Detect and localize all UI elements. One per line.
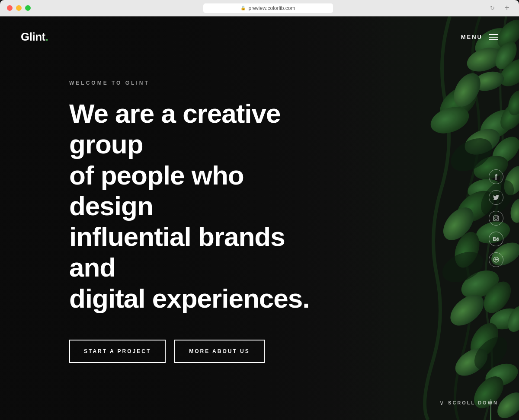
logo-text: Glint (21, 30, 45, 43)
minimize-button[interactable] (16, 5, 22, 11)
hero-buttons: START A PROJECT MORE ABOUT US (69, 340, 498, 363)
hero-line-1: We are a creative group (69, 99, 281, 159)
address-bar: 🔒 preview.colorlib.com ↻ (38, 3, 498, 13)
hamburger-line-3 (489, 39, 498, 40)
lock-icon: 🔒 (240, 6, 246, 10)
reload-icon[interactable]: ↻ (490, 5, 495, 11)
scroll-down-indicator[interactable]: ∨ SCROLL DOWN (439, 399, 498, 406)
start-project-button[interactable]: START A PROJECT (69, 340, 166, 363)
social-icons-list (489, 169, 503, 267)
behance-icon[interactable] (489, 232, 503, 246)
more-about-us-button[interactable]: MORE ABOUT US (174, 340, 265, 363)
navbar: Glint. MENU (0, 16, 519, 57)
scroll-down-label: SCROLL DOWN (448, 400, 498, 405)
menu-label: MENU (461, 34, 483, 40)
dribbble-icon[interactable] (489, 252, 503, 267)
hero-section: WELCOME TO GLINT We are a creative group… (0, 57, 519, 420)
svg-rect-39 (493, 216, 499, 221)
close-button[interactable] (7, 5, 13, 11)
new-tab-button[interactable]: + (502, 3, 512, 13)
website-container: Glint. MENU WELCOME TO GLINT We are a cr… (0, 16, 519, 420)
hero-line-3: influential brands and (69, 222, 285, 282)
welcome-tag: WELCOME TO GLINT (69, 80, 498, 86)
nav-right: MENU (461, 34, 498, 40)
svg-point-41 (497, 216, 498, 217)
browser-chrome: 🔒 preview.colorlib.com ↻ + (0, 0, 519, 16)
facebook-icon[interactable] (489, 169, 503, 184)
fullscreen-button[interactable] (25, 5, 31, 11)
url-text: preview.colorlib.com (248, 5, 295, 11)
traffic-lights (7, 5, 31, 11)
hero-line-2: of people who design (69, 160, 244, 221)
hamburger-button[interactable] (489, 34, 498, 40)
instagram-icon[interactable] (489, 211, 503, 226)
logo-dot: . (45, 30, 48, 43)
hero-headline: We are a creative group of people who de… (69, 98, 320, 314)
svg-point-40 (495, 217, 497, 220)
hamburger-line-1 (489, 34, 498, 35)
hero-line-4: digital experiences. (69, 283, 309, 313)
scroll-chevron-icon: ∨ (439, 399, 444, 406)
main-content: Glint. MENU WELCOME TO GLINT We are a cr… (0, 16, 519, 420)
twitter-icon[interactable] (489, 190, 503, 205)
logo[interactable]: Glint. (21, 30, 48, 44)
url-field[interactable]: 🔒 preview.colorlib.com (203, 3, 333, 13)
hamburger-line-2 (489, 37, 498, 38)
